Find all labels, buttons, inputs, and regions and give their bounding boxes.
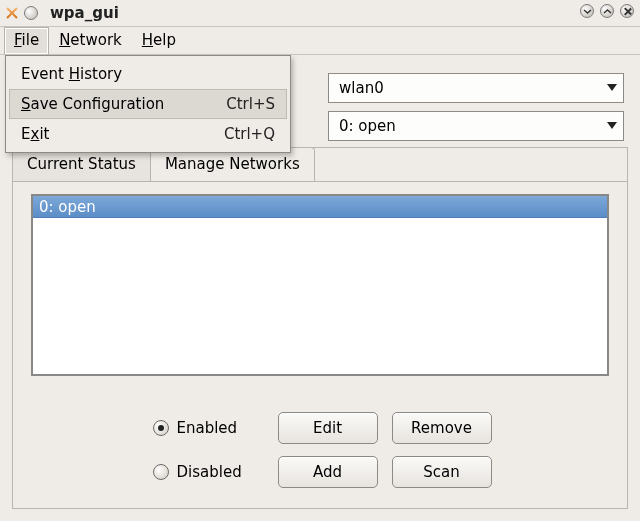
menu-item-exit[interactable]: Exit Ctrl+Q — [9, 119, 287, 149]
remove-button[interactable]: Remove — [392, 412, 492, 444]
radio-icon — [153, 420, 169, 436]
file-menu-dropdown: Event History Save Configuration Ctrl+S … — [5, 55, 291, 153]
menu-item-save-configuration[interactable]: Save Configuration Ctrl+S — [9, 89, 287, 119]
network-listbox[interactable]: 0: open — [31, 194, 609, 376]
edit-button[interactable]: Edit — [278, 412, 378, 444]
main-frame: Current Status Manage Networks 0: open E… — [12, 147, 628, 509]
network-select-value: 0: open — [339, 117, 396, 135]
close-icon[interactable] — [620, 4, 634, 18]
menu-help[interactable]: Help — [132, 27, 186, 54]
window-menu-icon[interactable] — [24, 6, 38, 20]
chevron-down-icon — [607, 122, 617, 129]
radio-disabled[interactable]: Disabled — [149, 463, 264, 481]
chevron-down-icon — [607, 84, 617, 91]
add-button[interactable]: Add — [278, 456, 378, 488]
window-title: wpa_gui — [50, 4, 119, 22]
adapter-select[interactable]: wlan0 — [328, 73, 624, 103]
menu-bar: File Network Help — [0, 27, 640, 55]
scan-button[interactable]: Scan — [392, 456, 492, 488]
menu-network[interactable]: Network — [49, 27, 132, 54]
list-item[interactable]: 0: open — [33, 196, 607, 218]
title-bar-left: wpa_gui — [0, 4, 119, 22]
menu-file[interactable]: File — [4, 27, 49, 54]
radio-icon — [153, 464, 169, 480]
title-bar: wpa_gui — [0, 0, 640, 27]
minimize-icon[interactable] — [580, 4, 594, 18]
app-icon — [4, 5, 20, 21]
controls-grid: Enabled Edit Remove Disabled Add Scan — [13, 410, 627, 490]
maximize-icon[interactable] — [600, 4, 614, 18]
radio-enabled[interactable]: Enabled — [149, 419, 264, 437]
title-bar-right — [580, 4, 634, 18]
tab-body-manage-networks: 0: open Enabled Edit Remove Disabled Add… — [13, 181, 627, 508]
menu-item-event-history[interactable]: Event History — [9, 59, 287, 89]
network-select[interactable]: 0: open — [328, 111, 624, 141]
main-window: wpa_gui File Network Help Event History … — [0, 0, 640, 521]
adapter-select-value: wlan0 — [339, 79, 384, 97]
